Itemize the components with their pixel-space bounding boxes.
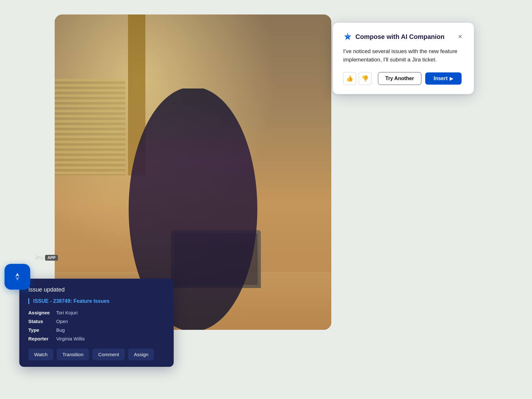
jira-fields-grid: Assignee Tori Kojuri Status Open Type Bu… <box>28 310 165 341</box>
svg-rect-0 <box>11 270 24 283</box>
field-value-status: Open <box>56 319 165 324</box>
ai-card-header: Compose with AI Companion × <box>343 32 463 42</box>
ai-title-row: Compose with AI Companion <box>343 32 445 41</box>
ai-star-icon <box>343 32 352 41</box>
assign-button[interactable]: Assign <box>128 348 154 360</box>
watch-button[interactable]: Watch <box>28 348 53 360</box>
insert-label: Insert <box>434 76 448 81</box>
jira-app-label-row: Jira APP <box>35 255 58 261</box>
thumbs-down-button[interactable]: 👎 <box>359 72 371 85</box>
try-another-button[interactable]: Try Another <box>378 72 421 85</box>
field-value-reporter: Virginia Willis <box>56 336 165 341</box>
app-badge: APP <box>45 255 58 261</box>
jira-issue-link[interactable]: ISSUE - 238749: Feature Issues <box>28 298 165 304</box>
jira-diamond-icon <box>11 270 24 283</box>
window-blinds <box>55 79 125 175</box>
field-label-status: Status <box>28 319 50 324</box>
jira-logo-badge <box>5 264 30 290</box>
jira-app-name: Jira <box>35 255 43 261</box>
ai-card-actions-row: 👍 👎 Try Another Insert ▶ <box>343 72 463 85</box>
insert-button[interactable]: Insert ▶ <box>425 72 462 85</box>
cursor-icon: ▶ <box>450 76 453 81</box>
field-label-reporter: Reporter <box>28 336 50 341</box>
field-label-assignee: Assignee <box>28 310 50 315</box>
ai-card-body: I've noticed several issues with the new… <box>343 47 463 64</box>
transition-button[interactable]: Transition <box>57 348 89 360</box>
thumbs-up-button[interactable]: 👍 <box>343 72 356 85</box>
field-value-assignee: Tori Kojuri <box>56 310 165 315</box>
jira-notification-card: Issue updated ISSUE - 238749: Feature Is… <box>19 279 174 367</box>
comment-button[interactable]: Comment <box>92 348 125 360</box>
jira-card-header: Issue updated <box>28 286 165 293</box>
field-value-type: Bug <box>56 327 165 333</box>
field-label-type: Type <box>28 327 50 333</box>
ai-companion-card: Compose with AI Companion × I've noticed… <box>333 23 474 94</box>
ai-card-title: Compose with AI Companion <box>355 33 445 41</box>
ai-close-button[interactable]: × <box>457 32 463 42</box>
feedback-group: 👍 👎 <box>343 72 371 85</box>
jira-actions-row: Watch Transition Comment Assign <box>28 348 165 360</box>
